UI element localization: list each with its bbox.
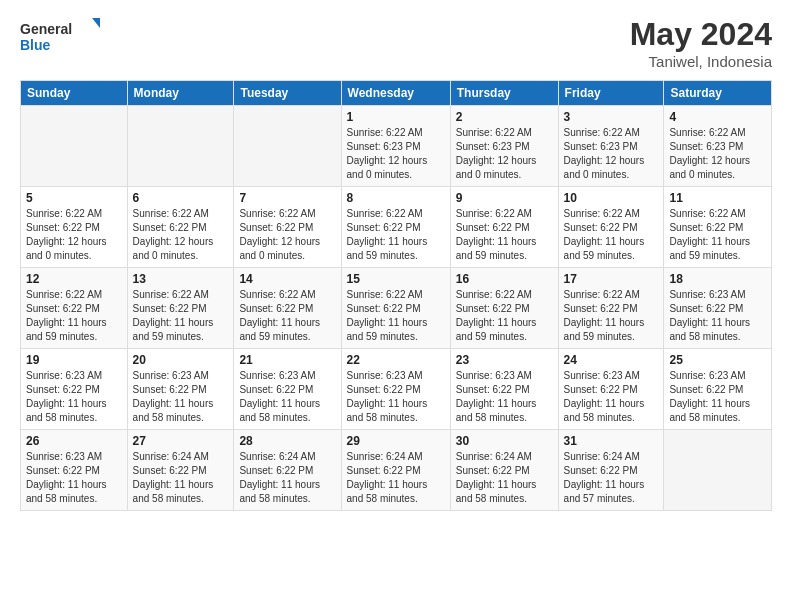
- location-subtitle: Taniwel, Indonesia: [630, 53, 772, 70]
- day-number: 10: [564, 191, 659, 205]
- col-friday: Friday: [558, 81, 664, 106]
- col-sunday: Sunday: [21, 81, 128, 106]
- table-row: 18Sunrise: 6:23 AM Sunset: 6:22 PM Dayli…: [664, 268, 772, 349]
- day-number: 7: [239, 191, 335, 205]
- day-number: 1: [347, 110, 445, 124]
- day-number: 14: [239, 272, 335, 286]
- day-info: Sunrise: 6:22 AM Sunset: 6:22 PM Dayligh…: [133, 207, 229, 263]
- day-info: Sunrise: 6:22 AM Sunset: 6:22 PM Dayligh…: [239, 207, 335, 263]
- day-number: 2: [456, 110, 553, 124]
- day-info: Sunrise: 6:22 AM Sunset: 6:23 PM Dayligh…: [564, 126, 659, 182]
- day-number: 3: [564, 110, 659, 124]
- col-thursday: Thursday: [450, 81, 558, 106]
- day-info: Sunrise: 6:22 AM Sunset: 6:22 PM Dayligh…: [133, 288, 229, 344]
- table-row: 22Sunrise: 6:23 AM Sunset: 6:22 PM Dayli…: [341, 349, 450, 430]
- col-wednesday: Wednesday: [341, 81, 450, 106]
- table-row: 15Sunrise: 6:22 AM Sunset: 6:22 PM Dayli…: [341, 268, 450, 349]
- day-info: Sunrise: 6:23 AM Sunset: 6:22 PM Dayligh…: [669, 369, 766, 425]
- day-info: Sunrise: 6:23 AM Sunset: 6:22 PM Dayligh…: [26, 369, 122, 425]
- day-info: Sunrise: 6:22 AM Sunset: 6:22 PM Dayligh…: [456, 288, 553, 344]
- table-row: 21Sunrise: 6:23 AM Sunset: 6:22 PM Dayli…: [234, 349, 341, 430]
- day-number: 5: [26, 191, 122, 205]
- day-info: Sunrise: 6:23 AM Sunset: 6:22 PM Dayligh…: [564, 369, 659, 425]
- day-info: Sunrise: 6:22 AM Sunset: 6:22 PM Dayligh…: [239, 288, 335, 344]
- day-number: 18: [669, 272, 766, 286]
- table-row: 7Sunrise: 6:22 AM Sunset: 6:22 PM Daylig…: [234, 187, 341, 268]
- table-row: 9Sunrise: 6:22 AM Sunset: 6:22 PM Daylig…: [450, 187, 558, 268]
- table-row: 25Sunrise: 6:23 AM Sunset: 6:22 PM Dayli…: [664, 349, 772, 430]
- table-row: 12Sunrise: 6:22 AM Sunset: 6:22 PM Dayli…: [21, 268, 128, 349]
- day-number: 27: [133, 434, 229, 448]
- calendar-week-row: 12Sunrise: 6:22 AM Sunset: 6:22 PM Dayli…: [21, 268, 772, 349]
- day-info: Sunrise: 6:23 AM Sunset: 6:22 PM Dayligh…: [26, 450, 122, 506]
- day-info: Sunrise: 6:23 AM Sunset: 6:22 PM Dayligh…: [239, 369, 335, 425]
- table-row: 11Sunrise: 6:22 AM Sunset: 6:22 PM Dayli…: [664, 187, 772, 268]
- calendar-week-row: 26Sunrise: 6:23 AM Sunset: 6:22 PM Dayli…: [21, 430, 772, 511]
- day-number: 13: [133, 272, 229, 286]
- day-number: 15: [347, 272, 445, 286]
- day-info: Sunrise: 6:24 AM Sunset: 6:22 PM Dayligh…: [239, 450, 335, 506]
- day-info: Sunrise: 6:22 AM Sunset: 6:22 PM Dayligh…: [26, 288, 122, 344]
- day-info: Sunrise: 6:23 AM Sunset: 6:22 PM Dayligh…: [669, 288, 766, 344]
- col-saturday: Saturday: [664, 81, 772, 106]
- svg-text:Blue: Blue: [20, 37, 51, 53]
- table-row: [127, 106, 234, 187]
- day-number: 26: [26, 434, 122, 448]
- day-info: Sunrise: 6:24 AM Sunset: 6:22 PM Dayligh…: [564, 450, 659, 506]
- day-number: 8: [347, 191, 445, 205]
- table-row: 10Sunrise: 6:22 AM Sunset: 6:22 PM Dayli…: [558, 187, 664, 268]
- day-number: 9: [456, 191, 553, 205]
- day-info: Sunrise: 6:24 AM Sunset: 6:22 PM Dayligh…: [347, 450, 445, 506]
- day-number: 17: [564, 272, 659, 286]
- svg-marker-2: [92, 18, 100, 28]
- table-row: 17Sunrise: 6:22 AM Sunset: 6:22 PM Dayli…: [558, 268, 664, 349]
- day-number: 11: [669, 191, 766, 205]
- day-number: 22: [347, 353, 445, 367]
- table-row: 4Sunrise: 6:22 AM Sunset: 6:23 PM Daylig…: [664, 106, 772, 187]
- day-number: 30: [456, 434, 553, 448]
- table-row: 30Sunrise: 6:24 AM Sunset: 6:22 PM Dayli…: [450, 430, 558, 511]
- table-row: 1Sunrise: 6:22 AM Sunset: 6:23 PM Daylig…: [341, 106, 450, 187]
- day-info: Sunrise: 6:24 AM Sunset: 6:22 PM Dayligh…: [456, 450, 553, 506]
- table-row: [234, 106, 341, 187]
- table-row: 5Sunrise: 6:22 AM Sunset: 6:22 PM Daylig…: [21, 187, 128, 268]
- day-number: 12: [26, 272, 122, 286]
- calendar-body: 1Sunrise: 6:22 AM Sunset: 6:23 PM Daylig…: [21, 106, 772, 511]
- day-info: Sunrise: 6:24 AM Sunset: 6:22 PM Dayligh…: [133, 450, 229, 506]
- col-tuesday: Tuesday: [234, 81, 341, 106]
- page: General Blue May 2024 Taniwel, Indonesia…: [0, 0, 792, 612]
- day-number: 19: [26, 353, 122, 367]
- day-info: Sunrise: 6:22 AM Sunset: 6:22 PM Dayligh…: [564, 207, 659, 263]
- month-title: May 2024: [630, 16, 772, 53]
- table-row: 26Sunrise: 6:23 AM Sunset: 6:22 PM Dayli…: [21, 430, 128, 511]
- table-row: 24Sunrise: 6:23 AM Sunset: 6:22 PM Dayli…: [558, 349, 664, 430]
- table-row: 6Sunrise: 6:22 AM Sunset: 6:22 PM Daylig…: [127, 187, 234, 268]
- calendar-table: Sunday Monday Tuesday Wednesday Thursday…: [20, 80, 772, 511]
- table-row: 13Sunrise: 6:22 AM Sunset: 6:22 PM Dayli…: [127, 268, 234, 349]
- table-row: 16Sunrise: 6:22 AM Sunset: 6:22 PM Dayli…: [450, 268, 558, 349]
- svg-text:General: General: [20, 21, 72, 37]
- day-number: 4: [669, 110, 766, 124]
- table-row: 2Sunrise: 6:22 AM Sunset: 6:23 PM Daylig…: [450, 106, 558, 187]
- table-row: 8Sunrise: 6:22 AM Sunset: 6:22 PM Daylig…: [341, 187, 450, 268]
- day-info: Sunrise: 6:23 AM Sunset: 6:22 PM Dayligh…: [347, 369, 445, 425]
- table-row: [664, 430, 772, 511]
- calendar-week-row: 1Sunrise: 6:22 AM Sunset: 6:23 PM Daylig…: [21, 106, 772, 187]
- day-number: 31: [564, 434, 659, 448]
- table-row: 23Sunrise: 6:23 AM Sunset: 6:22 PM Dayli…: [450, 349, 558, 430]
- day-info: Sunrise: 6:22 AM Sunset: 6:23 PM Dayligh…: [669, 126, 766, 182]
- table-row: 14Sunrise: 6:22 AM Sunset: 6:22 PM Dayli…: [234, 268, 341, 349]
- day-info: Sunrise: 6:22 AM Sunset: 6:22 PM Dayligh…: [564, 288, 659, 344]
- calendar-week-row: 19Sunrise: 6:23 AM Sunset: 6:22 PM Dayli…: [21, 349, 772, 430]
- table-row: 20Sunrise: 6:23 AM Sunset: 6:22 PM Dayli…: [127, 349, 234, 430]
- day-info: Sunrise: 6:22 AM Sunset: 6:22 PM Dayligh…: [347, 288, 445, 344]
- day-info: Sunrise: 6:22 AM Sunset: 6:22 PM Dayligh…: [347, 207, 445, 263]
- table-row: 29Sunrise: 6:24 AM Sunset: 6:22 PM Dayli…: [341, 430, 450, 511]
- day-info: Sunrise: 6:23 AM Sunset: 6:22 PM Dayligh…: [133, 369, 229, 425]
- day-number: 6: [133, 191, 229, 205]
- logo: General Blue: [20, 16, 100, 56]
- day-number: 16: [456, 272, 553, 286]
- calendar-header-row: Sunday Monday Tuesday Wednesday Thursday…: [21, 81, 772, 106]
- title-area: May 2024 Taniwel, Indonesia: [630, 16, 772, 70]
- table-row: 31Sunrise: 6:24 AM Sunset: 6:22 PM Dayli…: [558, 430, 664, 511]
